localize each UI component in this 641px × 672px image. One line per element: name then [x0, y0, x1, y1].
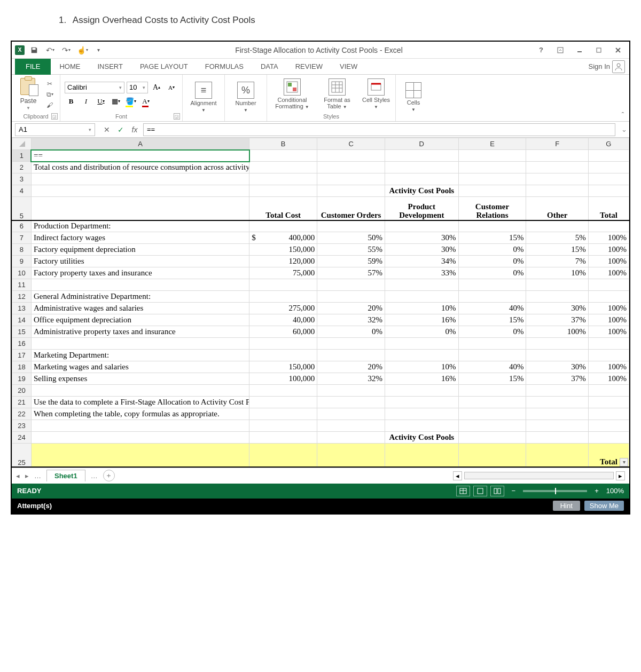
name-box[interactable]: A1▾ — [15, 123, 95, 136]
cell[interactable] — [249, 432, 317, 444]
cell[interactable] — [526, 291, 588, 303]
cell[interactable]: 20% — [317, 303, 385, 314]
cell[interactable]: 16% — [385, 373, 459, 385]
cell[interactable] — [385, 279, 459, 291]
cell[interactable] — [249, 220, 317, 232]
cell[interactable] — [588, 408, 629, 420]
cell[interactable]: 15% — [458, 232, 526, 244]
cell[interactable] — [385, 408, 459, 420]
cell[interactable]: $400,000 — [249, 232, 317, 244]
cell[interactable]: Selling expenses — [31, 373, 249, 385]
cell[interactable] — [526, 162, 588, 173]
cell[interactable] — [526, 338, 588, 350]
cell[interactable] — [317, 338, 385, 350]
font-name-combo[interactable]: Calibri▾ — [65, 82, 124, 93]
cell[interactable] — [526, 185, 588, 197]
tab-insert[interactable]: INSERT — [89, 59, 131, 75]
cell[interactable] — [588, 397, 629, 408]
underline-button[interactable]: U▾ — [95, 96, 107, 107]
cell[interactable] — [249, 338, 317, 350]
row-header[interactable]: 18 — [12, 361, 32, 373]
sheet-tab[interactable]: Sheet1 — [46, 470, 85, 481]
hscroll-track[interactable] — [464, 472, 614, 479]
cell[interactable] — [317, 432, 385, 444]
row-header[interactable]: 24 — [12, 432, 32, 444]
row-header[interactable]: 14 — [12, 314, 32, 326]
cells-button[interactable]: Cells▼ — [400, 82, 427, 113]
cell[interactable]: 10% — [385, 303, 459, 314]
cell[interactable] — [317, 291, 385, 303]
cell[interactable]: Total Cost — [249, 197, 317, 220]
cell[interactable] — [526, 150, 588, 162]
cell[interactable]: 55% — [317, 244, 385, 256]
cell[interactable] — [588, 291, 629, 303]
formula-bar[interactable]: == — [143, 123, 615, 136]
cell[interactable] — [458, 279, 526, 291]
col-header-F[interactable]: F — [526, 138, 588, 150]
cell[interactable] — [385, 338, 459, 350]
cell[interactable]: 0% — [458, 267, 526, 279]
cell[interactable] — [249, 385, 317, 397]
row-header[interactable]: 5 — [12, 197, 32, 220]
cell[interactable] — [588, 279, 629, 291]
cell[interactable] — [317, 220, 385, 232]
undo-icon[interactable]: ↶▾ — [44, 44, 57, 57]
italic-button[interactable]: I — [80, 96, 92, 107]
cell[interactable]: 150,000 — [249, 361, 317, 373]
cell[interactable] — [526, 173, 588, 185]
cell[interactable] — [458, 432, 526, 444]
row-header[interactable]: 9 — [12, 256, 32, 267]
redo-icon[interactable]: ↷▾ — [60, 44, 73, 57]
cell[interactable] — [526, 397, 588, 408]
cell[interactable] — [526, 444, 588, 467]
cell[interactable] — [385, 397, 459, 408]
hint-button[interactable]: Hint — [553, 501, 580, 511]
bold-button[interactable]: B — [65, 96, 77, 107]
cell[interactable] — [526, 420, 588, 432]
cell[interactable] — [317, 150, 385, 162]
cell[interactable] — [31, 185, 249, 197]
row-header[interactable]: 10 — [12, 267, 32, 279]
cell[interactable]: Marketing wages and salaries — [31, 361, 249, 373]
cell[interactable]: Total costs and distribution of resource… — [31, 162, 249, 173]
cell[interactable]: 10% — [385, 361, 459, 373]
row-header[interactable]: 3 — [12, 173, 32, 185]
cut-icon[interactable]: ✂ — [44, 79, 56, 89]
cell[interactable]: 57% — [317, 267, 385, 279]
cell[interactable] — [249, 291, 317, 303]
cell[interactable]: 100% — [526, 326, 588, 338]
tab-prev-icon[interactable]: ◂ — [16, 472, 20, 480]
cell[interactable] — [458, 291, 526, 303]
cell[interactable] — [249, 350, 317, 361]
cell[interactable] — [588, 432, 629, 444]
col-header-B[interactable]: B — [249, 138, 317, 150]
cell[interactable]: 100% — [588, 373, 629, 385]
tab-more-icon[interactable]: … — [34, 472, 41, 480]
cell[interactable]: 7% — [526, 256, 588, 267]
cell[interactable]: 100% — [588, 326, 629, 338]
collapse-ribbon-icon[interactable]: ˆ — [616, 109, 629, 121]
cell[interactable] — [317, 185, 385, 197]
tab-formulas[interactable]: FORMULAS — [197, 59, 252, 75]
cell[interactable] — [588, 185, 629, 197]
cell[interactable] — [588, 385, 629, 397]
cell[interactable]: 10% — [526, 267, 588, 279]
cell[interactable]: 30% — [526, 361, 588, 373]
page-layout-view-icon[interactable] — [473, 486, 487, 496]
cell[interactable] — [458, 185, 526, 197]
cell[interactable] — [458, 408, 526, 420]
cell[interactable] — [249, 173, 317, 185]
tab-page-layout[interactable]: PAGE LAYOUT — [131, 59, 197, 75]
row-header[interactable]: 11 — [12, 279, 32, 291]
cell[interactable] — [31, 385, 249, 397]
row-header[interactable]: 4 — [12, 185, 32, 197]
cell[interactable] — [588, 220, 629, 232]
cell[interactable]: 5% — [526, 232, 588, 244]
row-header[interactable]: 15 — [12, 326, 32, 338]
minimize-icon[interactable] — [572, 43, 588, 58]
maximize-icon[interactable] — [591, 43, 607, 58]
cell[interactable] — [249, 397, 317, 408]
touch-mode-icon[interactable]: ☝▾ — [76, 44, 89, 57]
row-header[interactable]: 23 — [12, 420, 32, 432]
tab-review[interactable]: REVIEW — [287, 59, 331, 75]
